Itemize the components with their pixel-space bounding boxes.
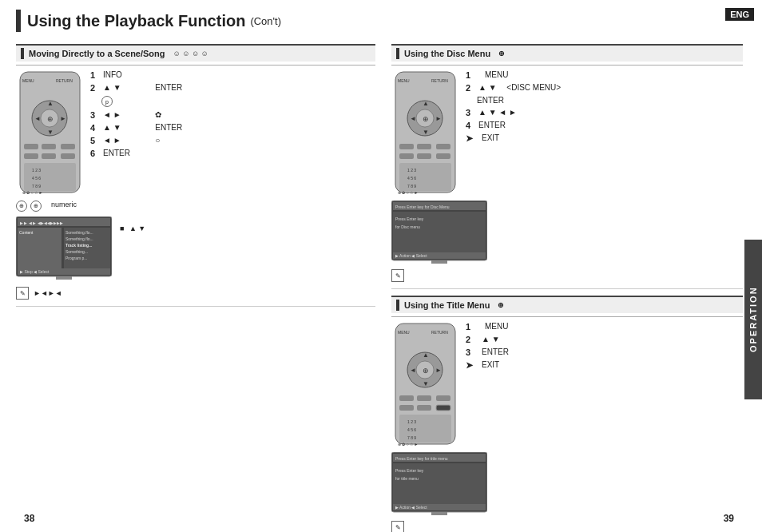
svg-rect-34	[56, 276, 72, 280]
step-block-title: MENU RETURN ⊕ ▲ ▼ ◄ ► 1 2 3 4 5 6 7 8 9	[391, 322, 743, 447]
svg-rect-45	[399, 144, 414, 149]
step-num: 1	[466, 70, 475, 80]
step-num: 2	[90, 83, 100, 93]
note-icon-1: ✎	[16, 287, 29, 300]
svg-text:▲: ▲	[423, 100, 429, 107]
svg-text:⊕ ✿ ○ ☆ ►: ⊕ ✿ ○ ☆ ►	[398, 190, 419, 194]
step-num: 2	[466, 335, 475, 344]
svg-rect-79	[417, 405, 431, 411]
section-bar-3	[396, 300, 399, 311]
note-row-1: ✎ ►◄►◄	[16, 287, 375, 300]
svg-text:⊕: ⊕	[47, 115, 54, 123]
step-num: 4	[90, 123, 100, 133]
step-4: 4 ▲ ▼ ENTER	[90, 123, 375, 133]
svg-text:⊕ ✿ ○ ☆ ►: ⊕ ✿ ○ ☆ ►	[398, 442, 419, 446]
svg-text:RETURN: RETURN	[431, 78, 448, 83]
svg-text:▼: ▼	[47, 129, 54, 136]
step-text: MENU	[485, 70, 508, 79]
star-icon: ✿	[155, 110, 161, 119]
svg-rect-64	[431, 260, 447, 264]
svg-text:►: ►	[435, 367, 442, 374]
svg-text:4  5  6: 4 5 6	[407, 427, 416, 432]
screen-block-disc: Press Enter key for Disc Menu Press Ente…	[391, 200, 743, 266]
steps-list-disc: 1 MENU 2 ▲ ▼ <DISC MENU> ENTER 3 ▲ ▼ ◄ ►	[466, 70, 743, 144]
step-2: 2 ▲ ▼ ENTER	[90, 83, 375, 93]
svg-rect-76	[417, 395, 431, 401]
step-num: 4	[466, 121, 475, 130]
svg-text:1  2  3: 1 2 3	[32, 168, 41, 173]
operation-sidebar: OPERATION	[744, 240, 762, 399]
screen-block-title: Press Enter key for title menu Press Ent…	[391, 452, 743, 518]
section-moving-directly-header: Moving Directly to a Scene/Song ☺ ☺ ☺ ☺	[16, 44, 375, 62]
svg-rect-47	[436, 144, 450, 149]
svg-text:◄: ◄	[410, 115, 416, 122]
step-num: 3	[466, 347, 475, 357]
note-icon-disc: ✎	[391, 269, 404, 282]
step-num: 1	[90, 70, 100, 80]
disc-step-exit: ➤ EXIT	[466, 133, 743, 144]
right-column: Using the Disc Menu ⊕ MENU RETURN ⊕ ▲ ▼ …	[391, 44, 743, 532]
title-text: Using the Playback Function	[27, 12, 245, 30]
step-num: 2	[466, 83, 475, 93]
svg-text:7  8  9: 7 8 9	[32, 184, 41, 189]
step-icon-2: p	[90, 96, 375, 107]
step-1: 1 INFO	[90, 70, 375, 80]
step-text: ▲ ▼ ◄ ►	[478, 108, 517, 117]
steps-list-title: 1 MENU 2 ▲ ▼ 3 ENTER ➤ EXIT	[466, 322, 743, 371]
svg-text:Press Enter key for title menu: Press Enter key for title menu	[395, 456, 448, 461]
disc-step-3: 3 ▲ ▼ ◄ ►	[466, 108, 743, 117]
svg-rect-15	[61, 153, 75, 159]
svg-text:Content: Content	[19, 230, 34, 235]
numeric-icons-row: ⊕ ⊕ numeric	[16, 200, 375, 212]
title-step-1: 1 MENU	[466, 322, 743, 332]
steps-title-area: 1 MENU 2 ▲ ▼ 3 ENTER ➤ EXIT	[466, 322, 743, 447]
section-disc-title: Using the Disc Menu	[404, 49, 490, 58]
svg-text:Press Enter key: Press Enter key	[395, 468, 424, 473]
svg-text:►: ►	[435, 115, 442, 122]
svg-rect-77	[436, 395, 450, 401]
svg-text:▼: ▼	[423, 129, 429, 136]
section-title-menu-header: Using the Title Menu ⊕	[391, 296, 743, 313]
step-text: EXIT	[482, 133, 499, 142]
svg-rect-14	[42, 153, 56, 159]
numeric-icon-1: ⊕	[16, 200, 27, 212]
step-num: ➤	[466, 133, 475, 144]
section-bar	[21, 48, 24, 59]
step-num: 1	[466, 322, 475, 332]
remote-control-disc: MENU RETURN ⊕ ▲ ▼ ◄ ► 1 2 3 4 5 6 7 8 9	[391, 70, 459, 196]
svg-text:Something...: Something...	[65, 249, 88, 254]
step-3: 3 ◄ ► ✿	[90, 110, 375, 120]
steps-disc-area: 1 MENU 2 ▲ ▼ <DISC MENU> ENTER 3 ▲ ▼ ◄ ►	[466, 70, 743, 196]
svg-text:▼: ▼	[423, 380, 429, 387]
step-text: ▲ ▼ ENTER	[103, 83, 182, 92]
svg-rect-78	[399, 405, 414, 411]
step-text: ENTER	[482, 347, 509, 356]
left-column: Moving Directly to a Scene/Song ☺ ☺ ☺ ☺ …	[16, 44, 375, 313]
svg-text:▶ Action  ◀ Select: ▶ Action ◀ Select	[395, 505, 427, 510]
svg-text:MENU: MENU	[398, 78, 410, 83]
main-title: Using the Playback Function (Con't)	[16, 10, 281, 32]
svg-rect-94	[431, 512, 447, 515]
svg-rect-50	[436, 153, 450, 159]
step-text: ▲ ▼ ENTER	[103, 123, 182, 132]
steps-area-1: 1 INFO 2 ▲ ▼ ENTER p 3 ◄ ►	[90, 70, 375, 196]
svg-text:MENU: MENU	[22, 78, 34, 83]
step-6: 6 ENTER	[90, 149, 375, 158]
note-row-disc: ✎	[391, 269, 743, 282]
svg-text:▶ ▶ ◀ ▶ ◀▶◀◀▶▶▶▶: ▶ ▶ ◀ ▶ ◀▶◀◀▶▶▶▶	[20, 220, 63, 225]
step-text: ◄ ► ○	[103, 136, 160, 145]
step-block-disc: MENU RETURN ⊕ ▲ ▼ ◄ ► 1 2 3 4 5 6 7 8 9	[391, 70, 743, 196]
svg-text:1  2  3: 1 2 3	[407, 168, 416, 173]
section-title-menu-label: Using the Title Menu	[404, 300, 490, 310]
svg-rect-46	[417, 144, 431, 149]
title-step-exit: ➤ EXIT	[466, 360, 743, 371]
svg-text:RETURN: RETURN	[56, 78, 73, 83]
svg-rect-13	[24, 153, 38, 159]
note-icon-title: ✎	[391, 521, 404, 532]
svg-text:◄: ◄	[410, 367, 416, 374]
numeric-icon-2: ⊕	[30, 200, 42, 212]
step-text: INFO	[103, 70, 122, 79]
svg-rect-80	[436, 405, 450, 411]
arrows-label: ▲ ▼	[129, 224, 145, 232]
svg-text:◄: ◄	[34, 115, 41, 122]
